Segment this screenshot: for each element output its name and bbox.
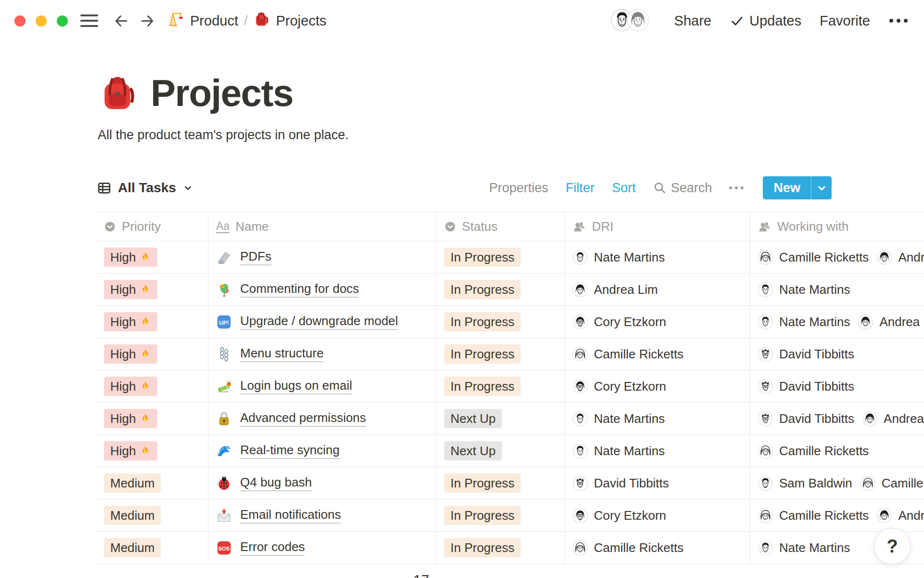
page-link[interactable]: Advanced permissions: [240, 410, 366, 427]
priority-cell[interactable]: Medium: [96, 532, 208, 564]
filter-button[interactable]: Filter: [565, 181, 594, 196]
dri-cell[interactable]: Nate Martins: [565, 403, 750, 434]
working-with-cell[interactable]: Nate MartinsAndrea Lim: [750, 306, 924, 338]
table-row[interactable]: MediumQ4 bug bashIn ProgressDavid Tibbit…: [96, 467, 924, 499]
working-with-cell[interactable]: David TibbittsAndrea Lim: [750, 403, 924, 434]
dri-cell[interactable]: Nate Martins: [565, 241, 750, 273]
column-header-working-with[interactable]: Working with: [750, 212, 924, 241]
table-row[interactable]: HighUP!Upgrade / downgrade modelIn Progr…: [96, 306, 924, 338]
dri-cell[interactable]: Cory Etzkorn: [565, 499, 750, 531]
working-with-cell[interactable]: Sam BaldwinCamille Ricketts: [750, 467, 924, 499]
favorite-button[interactable]: Favorite: [820, 13, 870, 29]
back-arrow-icon[interactable]: [113, 12, 130, 30]
working-with-cell[interactable]: Nate Martins: [750, 274, 924, 305]
backpack-page-icon[interactable]: [98, 74, 137, 113]
priority-cell[interactable]: High: [96, 338, 208, 370]
properties-button[interactable]: Properties: [489, 181, 548, 196]
page-link[interactable]: Upgrade / downgrade model: [240, 314, 398, 330]
page-link[interactable]: Email notifications: [240, 507, 341, 524]
view-switcher[interactable]: All Tasks: [97, 180, 193, 196]
person-chip[interactable]: Camille Ricketts: [758, 508, 869, 523]
table-row[interactable]: HighLogin bugs on emailIn ProgressCory E…: [96, 370, 924, 403]
view-more-options-icon[interactable]: [729, 186, 744, 189]
person-chip[interactable]: Nate Martins: [573, 411, 665, 426]
person-chip[interactable]: David Tibbitts: [573, 476, 669, 491]
presence-avatar[interactable]: [627, 9, 649, 33]
name-cell[interactable]: Menu structure: [208, 338, 436, 370]
status-cell[interactable]: In Progress: [436, 338, 565, 370]
person-chip[interactable]: Nate Martins: [758, 540, 850, 555]
working-with-cell[interactable]: Camille RickettsAndrea Lim: [750, 499, 924, 531]
name-cell[interactable]: UP!Upgrade / downgrade model: [208, 306, 436, 338]
person-chip[interactable]: David Tibbitts: [758, 411, 854, 426]
search-button[interactable]: Search: [653, 181, 712, 196]
status-cell[interactable]: Next Up: [436, 435, 565, 467]
working-with-cell[interactable]: Camille Ricketts: [750, 435, 924, 467]
name-cell[interactable]: Q4 bug bash: [208, 467, 436, 499]
person-chip[interactable]: David Tibbitts: [758, 347, 854, 362]
dri-cell[interactable]: Camille Ricketts: [565, 532, 750, 564]
table-row[interactable]: MediumSOSError codesIn ProgressCamille R…: [96, 532, 924, 564]
person-chip[interactable]: Nate Martins: [758, 282, 850, 297]
name-cell[interactable]: SOSError codes: [208, 532, 436, 564]
person-chip[interactable]: Camille Ricketts: [758, 444, 869, 459]
status-cell[interactable]: In Progress: [436, 306, 565, 338]
status-cell[interactable]: In Progress: [436, 499, 565, 531]
person-chip[interactable]: Cory Etzkorn: [573, 508, 666, 523]
sort-button[interactable]: Sort: [612, 181, 636, 196]
name-cell[interactable]: Email notifications: [208, 499, 436, 531]
person-chip[interactable]: Andrea Lim: [862, 411, 924, 426]
name-cell[interactable]: Commenting for docs: [208, 274, 436, 305]
priority-cell[interactable]: High: [96, 241, 208, 273]
table-row[interactable]: HighPDFsIn ProgressNate MartinsCamille R…: [96, 241, 924, 274]
dri-cell[interactable]: Nate Martins: [565, 435, 750, 467]
status-cell[interactable]: In Progress: [436, 467, 565, 499]
person-chip[interactable]: Camille Ricketts: [758, 250, 869, 265]
name-cell[interactable]: Real-time syncing: [208, 435, 436, 467]
column-header-status[interactable]: Status: [436, 212, 565, 241]
table-row[interactable]: HighReal-time syncingNext UpNate Martins…: [96, 435, 924, 467]
dri-cell[interactable]: Andrea Lim: [565, 274, 750, 305]
column-header-dri[interactable]: DRI: [565, 212, 750, 241]
person-chip[interactable]: Andrea Lim: [573, 282, 658, 297]
person-chip[interactable]: Cory Etzkorn: [573, 315, 666, 329]
priority-cell[interactable]: High: [96, 274, 208, 305]
new-button[interactable]: New: [763, 176, 832, 199]
status-cell[interactable]: In Progress: [436, 274, 565, 305]
zoom-window-button[interactable]: [57, 15, 68, 26]
person-chip[interactable]: Nate Martins: [573, 250, 665, 265]
more-options-icon[interactable]: [889, 19, 908, 23]
priority-cell[interactable]: Medium: [96, 499, 208, 531]
dri-cell[interactable]: David Tibbitts: [565, 467, 750, 499]
dri-cell[interactable]: Camille Ricketts: [565, 338, 750, 370]
status-cell[interactable]: In Progress: [436, 532, 565, 564]
priority-cell[interactable]: High: [96, 306, 208, 338]
page-link[interactable]: Q4 bug bash: [240, 475, 312, 491]
share-button[interactable]: Share: [674, 13, 711, 29]
person-chip[interactable]: Andrea Lim: [858, 315, 924, 329]
page-link[interactable]: Error codes: [240, 539, 305, 556]
forward-arrow-icon[interactable]: [138, 12, 156, 30]
page-link[interactable]: PDFs: [240, 249, 271, 265]
table-row[interactable]: HighAdvanced permissionsNext UpNate Mart…: [96, 403, 924, 435]
minimize-window-button[interactable]: [36, 15, 47, 26]
page-link[interactable]: Login bugs on email: [240, 378, 352, 394]
status-cell[interactable]: In Progress: [436, 241, 565, 273]
person-chip[interactable]: Nate Martins: [758, 315, 850, 329]
table-row[interactable]: HighCommenting for docsIn ProgressAndrea…: [96, 274, 924, 306]
priority-cell[interactable]: High: [96, 370, 208, 402]
person-chip[interactable]: Andrea Lim: [877, 250, 924, 265]
person-chip[interactable]: Camille Ricketts: [573, 347, 683, 362]
working-with-cell[interactable]: David Tibbitts: [750, 338, 924, 370]
status-cell[interactable]: Next Up: [436, 403, 565, 434]
name-cell[interactable]: Advanced permissions: [208, 403, 436, 434]
name-cell[interactable]: PDFs: [208, 241, 436, 273]
working-with-cell[interactable]: David Tibbitts: [750, 370, 924, 402]
count-bar[interactable]: COUNT 17: [96, 564, 436, 578]
person-chip[interactable]: Camille Ricketts: [860, 476, 924, 491]
column-header-priority[interactable]: Priority: [96, 212, 208, 241]
dri-cell[interactable]: Cory Etzkorn: [565, 306, 750, 338]
person-chip[interactable]: Nate Martins: [573, 444, 665, 459]
person-chip[interactable]: Camille Ricketts: [573, 540, 683, 555]
person-chip[interactable]: Cory Etzkorn: [573, 379, 666, 394]
